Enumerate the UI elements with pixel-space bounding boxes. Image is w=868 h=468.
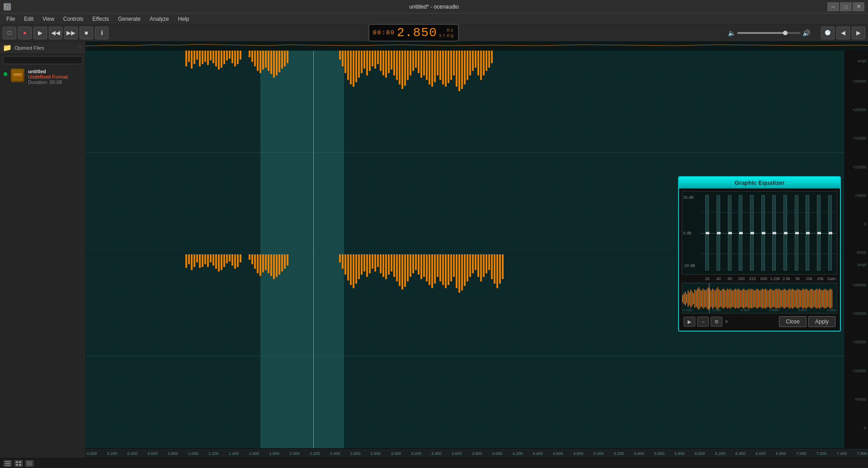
eq-slider-1250hz[interactable] <box>769 195 779 271</box>
svg-rect-88 <box>450 51 452 80</box>
slider-thumb[interactable] <box>829 232 832 234</box>
eq-apply-button[interactable]: Apply <box>808 316 835 327</box>
eq-slider-20khz[interactable] <box>814 195 824 271</box>
svg-rect-156 <box>382 254 384 277</box>
eq-slider-5khz[interactable] <box>791 195 802 271</box>
eq-dropdown-button[interactable]: ▼ <box>724 317 729 327</box>
slider-thumb[interactable] <box>806 232 810 234</box>
eq-slider-160hz[interactable] <box>736 195 746 271</box>
monitor-button[interactable]: □ <box>3 27 16 39</box>
svg-rect-191 <box>477 254 479 277</box>
menu-view[interactable]: View <box>38 15 59 23</box>
eq-body: 20 dB 0 dB -20 dB <box>679 188 840 331</box>
minimize-button[interactable]: ─ <box>827 2 839 11</box>
svg-rect-316 <box>16 461 18 463</box>
file-item[interactable]: untitled Undefined Format Duration: 00:0… <box>0 66 85 88</box>
eq-slider-2500hz[interactable] <box>780 195 791 271</box>
menu-effects[interactable]: Effects <box>88 15 113 23</box>
folder-icon: 📁 <box>3 43 12 52</box>
scale-20000-1: +20000 <box>853 108 866 112</box>
play-button[interactable]: ▶ <box>33 27 47 39</box>
slider-thumb[interactable] <box>817 232 821 234</box>
clock-button[interactable]: 🕐 <box>821 27 835 39</box>
svg-rect-123 <box>237 254 239 267</box>
svg-rect-139 <box>287 254 288 266</box>
eq-slider-20hz[interactable] <box>702 195 712 271</box>
menu-controls[interactable]: Controls <box>59 15 88 23</box>
volume-slider[interactable] <box>737 32 801 34</box>
svg-rect-215 <box>701 290 702 307</box>
svg-rect-41 <box>273 51 275 78</box>
svg-rect-212 <box>697 289 698 309</box>
eq-slider-gain[interactable] <box>825 195 835 271</box>
slider-thumb[interactable] <box>728 232 732 234</box>
svg-rect-246 <box>743 289 744 309</box>
eq-slider-10khz[interactable] <box>802 195 813 271</box>
svg-rect-171 <box>423 254 425 277</box>
svg-rect-106 <box>191 254 193 270</box>
eq-title-bar[interactable]: Graphic Equalizer <box>679 177 840 188</box>
svg-rect-133 <box>270 254 272 276</box>
svg-rect-81 <box>431 51 433 87</box>
svg-rect-176 <box>437 254 439 277</box>
eq-slider-315hz[interactable] <box>747 195 757 271</box>
eq-arrow-button[interactable]: → <box>697 317 709 327</box>
close-button[interactable]: ✕ <box>853 2 864 11</box>
large-grid-view-button[interactable] <box>25 460 33 467</box>
eq-slider-630hz[interactable] <box>758 195 768 271</box>
freq-10k: 10k <box>803 276 815 281</box>
svg-rect-260 <box>762 289 763 309</box>
svg-rect-148 <box>361 254 363 275</box>
svg-rect-307 <box>826 290 827 308</box>
stop-button[interactable]: ■ <box>80 27 93 39</box>
svg-rect-54 <box>358 51 360 78</box>
search-input[interactable] <box>3 56 83 64</box>
svg-rect-304 <box>822 290 823 307</box>
maximize-button[interactable]: □ <box>840 2 852 11</box>
svg-rect-25 <box>223 51 225 64</box>
svg-rect-250 <box>749 289 750 309</box>
resize-handle[interactable]: ⋮ <box>77 45 83 51</box>
eq-slider-40hz[interactable] <box>713 195 724 271</box>
record-button[interactable]: ● <box>18 27 32 39</box>
svg-rect-218 <box>705 290 706 307</box>
slider-thumb[interactable] <box>739 232 743 234</box>
rewind-button[interactable]: ◀◀ <box>49 27 62 39</box>
svg-rect-256 <box>757 289 758 309</box>
svg-rect-155 <box>380 254 382 273</box>
small-grid-view-button[interactable] <box>14 460 23 467</box>
svg-rect-281 <box>791 290 792 308</box>
svg-rect-137 <box>281 254 283 271</box>
svg-rect-113 <box>210 254 212 262</box>
info-button[interactable]: ℹ <box>95 27 108 39</box>
svg-rect-190 <box>475 254 476 270</box>
eq-close-button[interactable]: Close <box>779 316 807 327</box>
slider-thumb[interactable] <box>784 232 788 234</box>
slider-thumb[interactable] <box>750 232 754 234</box>
svg-rect-285 <box>796 290 797 308</box>
forward-button[interactable]: ▶▶ <box>64 27 78 39</box>
svg-rect-249 <box>747 290 748 308</box>
nav-left-button[interactable]: ◀ <box>836 27 850 39</box>
slider-thumb[interactable] <box>795 232 799 234</box>
menu-generate[interactable]: Generate <box>113 15 145 23</box>
menu-file[interactable]: File <box>2 15 19 23</box>
slider-thumb[interactable] <box>773 232 776 234</box>
eq-play-button[interactable]: ▶ <box>684 317 695 327</box>
svg-rect-313 <box>5 461 10 462</box>
list-view-button[interactable] <box>4 460 12 467</box>
svg-rect-157 <box>385 254 387 279</box>
eq-slider-80hz[interactable] <box>724 195 735 271</box>
slider-thumb[interactable] <box>706 232 709 234</box>
menu-help[interactable]: Help <box>174 15 194 23</box>
svg-rect-73 <box>410 51 411 75</box>
slider-thumb[interactable] <box>717 232 721 234</box>
eq-settings-button[interactable]: ⚙ <box>711 317 722 327</box>
menu-analyze[interactable]: Analyze <box>145 15 174 23</box>
svg-rect-205 <box>688 290 689 307</box>
slider-thumb[interactable] <box>762 232 765 234</box>
svg-rect-40 <box>270 51 272 74</box>
bottom-ruler: 0.000 0.200 0.400 0.600 0.800 1.000 1.20… <box>86 448 868 458</box>
menu-edit[interactable]: Edit <box>19 15 38 23</box>
nav-right-button[interactable]: ▶ <box>852 27 865 39</box>
